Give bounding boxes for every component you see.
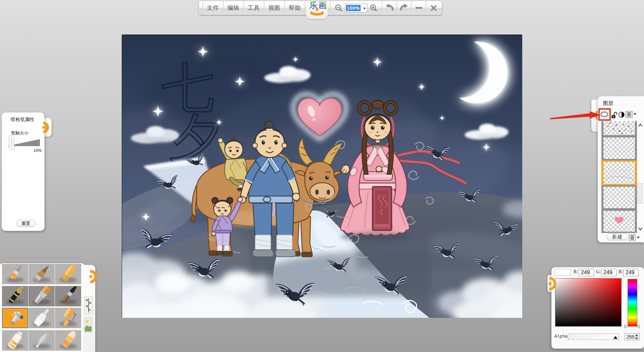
svg-text:七: 七	[162, 59, 215, 117]
svg-text:画: 画	[319, 1, 327, 10]
